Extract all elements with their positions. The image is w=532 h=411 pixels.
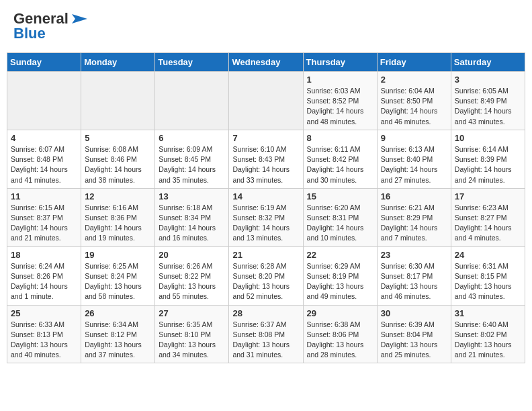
dow-header-wednesday: Wednesday bbox=[229, 53, 303, 72]
day-number: 13 bbox=[159, 191, 225, 201]
day-number: 7 bbox=[232, 133, 299, 143]
day-info: Sunrise: 6:20 AM Sunset: 8:31 PM Dayligh… bbox=[307, 203, 373, 244]
calendar-cell: 13Sunrise: 6:18 AM Sunset: 8:34 PM Dayli… bbox=[155, 188, 229, 246]
svg-marker-0 bbox=[72, 14, 87, 24]
calendar-cell: 1Sunrise: 6:03 AM Sunset: 8:52 PM Daylig… bbox=[303, 72, 377, 130]
calendar-cell: 4Sunrise: 6:07 AM Sunset: 8:48 PM Daylig… bbox=[7, 130, 81, 188]
logo: General Blue bbox=[13, 10, 89, 42]
logo-arrow-icon bbox=[69, 11, 89, 26]
day-info: Sunrise: 6:10 AM Sunset: 8:43 PM Dayligh… bbox=[232, 144, 299, 185]
day-info: Sunrise: 6:03 AM Sunset: 8:52 PM Dayligh… bbox=[307, 86, 373, 127]
calendar-cell bbox=[229, 72, 303, 130]
calendar-cell: 17Sunrise: 6:23 AM Sunset: 8:27 PM Dayli… bbox=[451, 188, 525, 246]
day-number: 26 bbox=[85, 308, 151, 318]
dow-header-tuesday: Tuesday bbox=[155, 53, 229, 72]
calendar-cell: 21Sunrise: 6:28 AM Sunset: 8:20 PM Dayli… bbox=[229, 246, 303, 305]
calendar-cell: 9Sunrise: 6:13 AM Sunset: 8:40 PM Daylig… bbox=[377, 130, 451, 188]
dow-header-saturday: Saturday bbox=[451, 53, 525, 72]
day-number: 10 bbox=[455, 133, 521, 143]
day-info: Sunrise: 6:15 AM Sunset: 8:37 PM Dayligh… bbox=[11, 203, 77, 244]
day-number: 31 bbox=[455, 308, 521, 318]
day-number: 2 bbox=[381, 75, 447, 85]
day-info: Sunrise: 6:31 AM Sunset: 8:15 PM Dayligh… bbox=[455, 261, 521, 302]
day-number: 24 bbox=[455, 250, 521, 260]
day-info: Sunrise: 6:13 AM Sunset: 8:40 PM Dayligh… bbox=[381, 144, 447, 185]
day-info: Sunrise: 6:04 AM Sunset: 8:50 PM Dayligh… bbox=[381, 86, 447, 127]
calendar-cell: 31Sunrise: 6:40 AM Sunset: 8:02 PM Dayli… bbox=[451, 305, 525, 363]
day-number: 11 bbox=[11, 191, 77, 201]
calendar-cell: 6Sunrise: 6:09 AM Sunset: 8:45 PM Daylig… bbox=[155, 130, 229, 188]
day-number: 3 bbox=[455, 75, 521, 85]
day-info: Sunrise: 6:35 AM Sunset: 8:10 PM Dayligh… bbox=[159, 320, 225, 361]
day-number: 22 bbox=[307, 250, 373, 260]
day-info: Sunrise: 6:23 AM Sunset: 8:27 PM Dayligh… bbox=[455, 203, 521, 244]
day-info: Sunrise: 6:34 AM Sunset: 8:12 PM Dayligh… bbox=[85, 320, 151, 361]
day-number: 15 bbox=[307, 191, 373, 201]
day-info: Sunrise: 6:19 AM Sunset: 8:32 PM Dayligh… bbox=[232, 203, 299, 244]
header: General Blue bbox=[7, 7, 525, 46]
dow-header-monday: Monday bbox=[81, 53, 155, 72]
calendar-cell: 12Sunrise: 6:16 AM Sunset: 8:36 PM Dayli… bbox=[81, 188, 155, 246]
day-number: 9 bbox=[381, 133, 447, 143]
day-number: 28 bbox=[232, 308, 299, 318]
day-number: 5 bbox=[85, 133, 151, 143]
calendar-cell: 18Sunrise: 6:24 AM Sunset: 8:26 PM Dayli… bbox=[7, 246, 81, 305]
calendar-cell: 11Sunrise: 6:15 AM Sunset: 8:37 PM Dayli… bbox=[7, 188, 81, 246]
calendar-cell: 5Sunrise: 6:08 AM Sunset: 8:46 PM Daylig… bbox=[81, 130, 155, 188]
calendar-cell: 20Sunrise: 6:26 AM Sunset: 8:22 PM Dayli… bbox=[155, 246, 229, 305]
calendar-cell bbox=[7, 72, 81, 130]
day-info: Sunrise: 6:40 AM Sunset: 8:02 PM Dayligh… bbox=[455, 320, 521, 361]
day-number: 18 bbox=[11, 250, 77, 260]
day-info: Sunrise: 6:14 AM Sunset: 8:39 PM Dayligh… bbox=[455, 144, 521, 185]
calendar-cell: 3Sunrise: 6:05 AM Sunset: 8:49 PM Daylig… bbox=[451, 72, 525, 130]
day-info: Sunrise: 6:39 AM Sunset: 8:04 PM Dayligh… bbox=[381, 320, 447, 361]
day-number: 17 bbox=[455, 191, 521, 201]
calendar-cell: 28Sunrise: 6:37 AM Sunset: 8:08 PM Dayli… bbox=[229, 305, 303, 363]
calendar-cell: 10Sunrise: 6:14 AM Sunset: 8:39 PM Dayli… bbox=[451, 130, 525, 188]
day-info: Sunrise: 6:08 AM Sunset: 8:46 PM Dayligh… bbox=[85, 144, 151, 185]
day-info: Sunrise: 6:38 AM Sunset: 8:06 PM Dayligh… bbox=[307, 320, 373, 361]
day-number: 1 bbox=[307, 75, 373, 85]
calendar-cell: 23Sunrise: 6:30 AM Sunset: 8:17 PM Dayli… bbox=[377, 246, 451, 305]
day-info: Sunrise: 6:16 AM Sunset: 8:36 PM Dayligh… bbox=[85, 203, 151, 244]
day-number: 23 bbox=[381, 250, 447, 260]
calendar-cell: 16Sunrise: 6:21 AM Sunset: 8:29 PM Dayli… bbox=[377, 188, 451, 246]
dow-header-sunday: Sunday bbox=[7, 53, 81, 72]
dow-header-thursday: Thursday bbox=[303, 53, 377, 72]
day-number: 19 bbox=[85, 250, 151, 260]
calendar-cell: 19Sunrise: 6:25 AM Sunset: 8:24 PM Dayli… bbox=[81, 246, 155, 305]
day-info: Sunrise: 6:37 AM Sunset: 8:08 PM Dayligh… bbox=[232, 320, 299, 361]
day-info: Sunrise: 6:30 AM Sunset: 8:17 PM Dayligh… bbox=[381, 261, 447, 302]
calendar-cell bbox=[81, 72, 155, 130]
day-number: 20 bbox=[159, 250, 225, 260]
day-number: 21 bbox=[232, 250, 299, 260]
day-number: 12 bbox=[85, 191, 151, 201]
day-info: Sunrise: 6:24 AM Sunset: 8:26 PM Dayligh… bbox=[11, 261, 77, 302]
day-info: Sunrise: 6:28 AM Sunset: 8:20 PM Dayligh… bbox=[232, 261, 299, 302]
day-info: Sunrise: 6:29 AM Sunset: 8:19 PM Dayligh… bbox=[307, 261, 373, 302]
day-info: Sunrise: 6:21 AM Sunset: 8:29 PM Dayligh… bbox=[381, 203, 447, 244]
calendar-cell: 22Sunrise: 6:29 AM Sunset: 8:19 PM Dayli… bbox=[303, 246, 377, 305]
calendar-cell: 26Sunrise: 6:34 AM Sunset: 8:12 PM Dayli… bbox=[81, 305, 155, 363]
calendar-cell: 30Sunrise: 6:39 AM Sunset: 8:04 PM Dayli… bbox=[377, 305, 451, 363]
day-info: Sunrise: 6:05 AM Sunset: 8:49 PM Dayligh… bbox=[455, 86, 521, 127]
day-info: Sunrise: 6:09 AM Sunset: 8:45 PM Dayligh… bbox=[159, 144, 225, 185]
day-number: 29 bbox=[307, 308, 373, 318]
calendar-cell: 7Sunrise: 6:10 AM Sunset: 8:43 PM Daylig… bbox=[229, 130, 303, 188]
day-info: Sunrise: 6:26 AM Sunset: 8:22 PM Dayligh… bbox=[159, 261, 225, 302]
day-info: Sunrise: 6:33 AM Sunset: 8:13 PM Dayligh… bbox=[11, 320, 77, 361]
day-number: 30 bbox=[381, 308, 447, 318]
day-number: 8 bbox=[307, 133, 373, 143]
calendar-cell: 24Sunrise: 6:31 AM Sunset: 8:15 PM Dayli… bbox=[451, 246, 525, 305]
day-number: 4 bbox=[11, 133, 77, 143]
day-number: 27 bbox=[159, 308, 225, 318]
day-number: 14 bbox=[232, 191, 299, 201]
logo-blue: Blue bbox=[13, 25, 46, 42]
calendar-cell: 14Sunrise: 6:19 AM Sunset: 8:32 PM Dayli… bbox=[229, 188, 303, 246]
day-number: 6 bbox=[159, 133, 225, 143]
calendar-cell: 25Sunrise: 6:33 AM Sunset: 8:13 PM Dayli… bbox=[7, 305, 81, 363]
dow-header-friday: Friday bbox=[377, 53, 451, 72]
day-number: 16 bbox=[381, 191, 447, 201]
day-info: Sunrise: 6:25 AM Sunset: 8:24 PM Dayligh… bbox=[85, 261, 151, 302]
day-info: Sunrise: 6:11 AM Sunset: 8:42 PM Dayligh… bbox=[307, 144, 373, 185]
